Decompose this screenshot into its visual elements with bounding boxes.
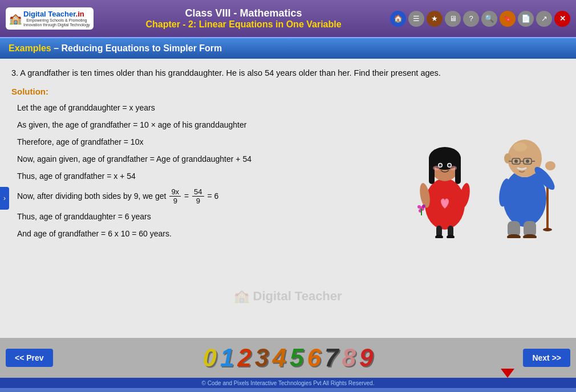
number-7: 7 (324, 344, 338, 372)
solution-label: Solution: (11, 87, 565, 96)
fraction-1-den: 9 (172, 197, 179, 206)
number-4: 4 (273, 344, 286, 372)
svg-point-17 (422, 205, 425, 208)
svg-point-11 (450, 166, 457, 170)
svg-rect-18 (421, 209, 422, 215)
svg-rect-5 (455, 156, 461, 184)
main-content: › 3. A grandfather is ten times older th… (0, 59, 576, 338)
down-arrow-indicator (501, 369, 514, 378)
section-rest: – Reducing Equations to Simpler Form (54, 43, 222, 53)
close-icon[interactable]: ✕ (554, 11, 570, 27)
fraction-1-num: 9x (169, 187, 181, 197)
number-5: 5 (290, 344, 303, 372)
search-icon[interactable]: 🔍 (481, 11, 497, 27)
number-1: 1 (220, 344, 234, 372)
problem-content: A grandfather is ten times older than hi… (20, 68, 441, 77)
svg-point-29 (513, 142, 527, 152)
fraction-2-num: 54 (192, 187, 204, 197)
svg-point-39 (545, 161, 555, 170)
fraction-2-den: 9 (194, 197, 202, 206)
bottom-toolbar: Right click & Enter your School name ⚙ ▶… (0, 388, 576, 392)
logo-sub1: Empowering Schools & Promoting (23, 18, 90, 23)
share-icon[interactable]: ↗ (536, 11, 552, 27)
section-bar: Examples – Reducing Equations to Simpler… (0, 37, 576, 59)
girl-character (408, 113, 482, 238)
copyright-bar: © Code and Pixels Interactive Technologi… (0, 378, 576, 388)
doc-icon[interactable]: 📄 (518, 11, 534, 27)
copyright-text: © Code and Pixels Interactive Technologi… (202, 380, 375, 386)
header-icons: 🏠 ☰ ★ 🖥 ? 🔍 🔖 📄 ↗ ✕ (390, 11, 570, 27)
star-icon[interactable]: ★ (427, 11, 443, 27)
svg-point-36 (514, 160, 518, 163)
header-title-main: Class VIII - Mathematics (97, 7, 390, 19)
logo-sub2: Innovation through Digital Technology (23, 23, 90, 27)
header-title-sub: Chapter - 2: Linear Equations in One Var… (97, 19, 390, 30)
next-button[interactable]: Next >> (523, 349, 570, 367)
problem-number: 3. (11, 68, 20, 77)
home-icon[interactable]: 🏠 (390, 11, 406, 27)
number-6: 6 (307, 344, 321, 372)
svg-point-8 (439, 164, 442, 167)
number-9: 9 (359, 344, 373, 372)
list-icon[interactable]: ☰ (408, 11, 424, 27)
svg-point-30 (504, 153, 511, 164)
svg-point-21 (435, 235, 443, 238)
problem-text: 3. A grandfather is ten times older than… (11, 67, 565, 80)
examples-label: Examples (9, 43, 51, 53)
help-icon[interactable]: ? (463, 11, 479, 27)
step-6-eq1: = (182, 190, 191, 202)
logo-area: 🏫 Digital Teacher.in Empowering Schools … (6, 7, 97, 30)
svg-point-9 (448, 164, 451, 167)
svg-point-24 (543, 228, 552, 231)
logo-title: Digital Teacher.in (23, 10, 90, 18)
header: 🏫 Digital Teacher.in Empowering Schools … (0, 0, 576, 37)
fraction-1: 9x 9 (169, 187, 181, 206)
numbers-bar: << Prev 0 1 2 3 4 5 6 7 8 9 Next >> (0, 338, 576, 378)
svg-point-37 (526, 160, 529, 163)
step-6-prefix: Now, after dividing both sides by 9, we … (17, 190, 168, 202)
svg-point-15 (417, 205, 421, 209)
header-center: Class VIII - Mathematics Chapter - 2: Li… (97, 7, 390, 30)
svg-rect-4 (429, 156, 435, 184)
bookmark-icon[interactable]: 🔖 (500, 11, 516, 27)
svg-point-22 (447, 235, 455, 238)
number-0: 0 (203, 344, 217, 372)
fraction-2: 54 9 (192, 187, 204, 206)
monitor-icon[interactable]: 🖥 (445, 11, 461, 27)
section-label: Examples – Reducing Equations to Simpler… (9, 43, 222, 54)
grandfather-character (485, 104, 567, 238)
step-6-eq2: = 6 (205, 190, 219, 202)
number-2: 2 (238, 344, 252, 372)
svg-point-10 (433, 166, 440, 170)
left-nav-tab[interactable]: › (0, 187, 9, 210)
watermark: 🏫 Digital Teacher (234, 289, 342, 304)
number-8: 8 (342, 344, 355, 372)
logo-box: 🏫 Digital Teacher.in Empowering Schools … (6, 7, 94, 30)
number-3: 3 (255, 344, 269, 372)
prev-button[interactable]: << Prev (6, 349, 53, 367)
